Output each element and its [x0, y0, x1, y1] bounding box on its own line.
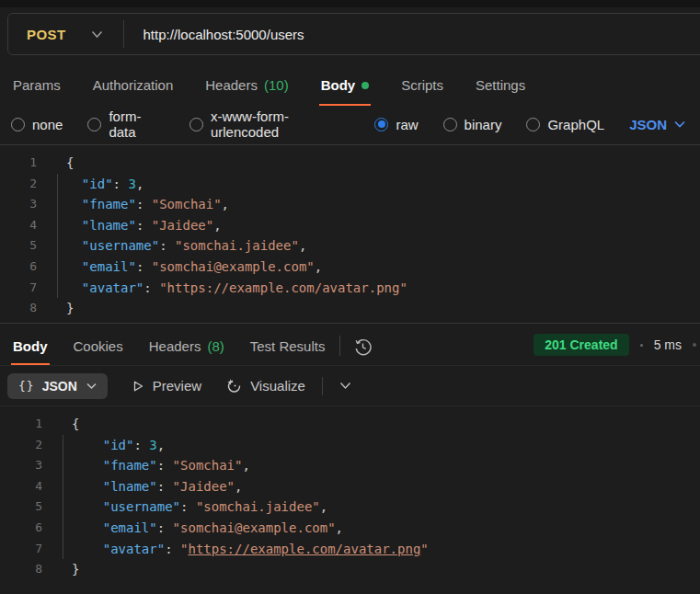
preview-button[interactable]: Preview — [132, 378, 201, 394]
request-body-editor[interactable]: 1{2 "id": 3,3 "fname": "Somchai",4 "lnam… — [0, 144, 700, 324]
tab-label: Test Results — [250, 338, 326, 354]
request-tab-authorization[interactable]: Authorization — [91, 72, 176, 106]
body-type-none[interactable]: none — [11, 117, 63, 132]
line-number: 1 — [0, 414, 42, 435]
line-number: 6 — [0, 257, 37, 278]
code-line: 2 "id": 3, — [0, 435, 700, 456]
response-tab-cookies[interactable]: Cookies — [72, 333, 125, 365]
more-options-chevron[interactable] — [339, 382, 351, 390]
response-time: 5 ms — [654, 337, 682, 352]
method-label: POST — [27, 27, 65, 42]
request-tab-body[interactable]: Body — [319, 72, 372, 106]
code-line: 1{ — [0, 153, 700, 174]
visualize-button[interactable]: Visualize — [225, 378, 305, 394]
braces-icon: {} — [18, 379, 35, 393]
code-line: 8} — [0, 298, 700, 319]
response-format-label: JSON — [42, 379, 77, 394]
body-type-x-www-form-urlencoded[interactable]: x-www-form-urlencoded — [189, 109, 350, 140]
code-line: 5 "username": "somchai.jaidee", — [0, 235, 700, 257]
raw-format-dropdown[interactable]: JSON — [629, 117, 685, 132]
tab-label: Headers — [205, 77, 258, 93]
url-input[interactable]: http://localhost:5000/users — [124, 27, 700, 42]
line-number: 3 — [0, 455, 42, 476]
code-line: 4 "lname": "Jaidee", — [0, 476, 700, 497]
line-number: 3 — [0, 194, 37, 215]
body-type-graphql[interactable]: GraphQL — [526, 117, 604, 132]
body-type-binary[interactable]: binary — [443, 117, 502, 132]
tab-count-badge: (10) — [264, 77, 289, 93]
code-line: 3 "fname": "Somchai", — [0, 194, 700, 215]
line-number: 5 — [0, 497, 42, 518]
response-body-viewer[interactable]: 1{2 "id": 3,3 "fname": "Somchai",4 "lnam… — [0, 406, 700, 587]
code-line: 6 "email": "somchai@example.com", — [0, 518, 700, 539]
line-number: 5 — [0, 235, 37, 257]
body-type-raw[interactable]: raw — [374, 117, 418, 132]
line-number: 7 — [0, 539, 42, 560]
body-type-form-data[interactable]: form-data — [87, 109, 165, 140]
response-meta: 201 Created 5 ms — [534, 334, 693, 365]
radio-label: binary — [465, 117, 502, 132]
visualize-label: Visualize — [250, 378, 305, 394]
chevron-down-icon[interactable] — [91, 30, 103, 39]
code-line: 8} — [0, 559, 700, 580]
tab-label: Body — [13, 338, 48, 354]
tab-label: Authorization — [93, 77, 174, 93]
code-line: 7 "avatar": "https://example.com/avatar.… — [0, 278, 700, 299]
response-format-dropdown[interactable]: {} JSON — [7, 373, 108, 399]
response-tab-headers[interactable]: Headers(8) — [147, 333, 226, 365]
line-number: 2 — [0, 435, 42, 456]
radio-icon[interactable] — [374, 118, 388, 131]
response-toolbar: {} JSON Preview Visualize — [0, 366, 700, 406]
window-top-strip — [0, 0, 700, 7]
method-dropdown[interactable]: POST — [8, 27, 103, 42]
request-tab-params[interactable]: Params — [11, 72, 63, 106]
radio-icon[interactable] — [189, 118, 203, 131]
radio-icon[interactable] — [526, 118, 540, 131]
radio-label: none — [32, 117, 63, 132]
request-tab-scripts[interactable]: Scripts — [399, 72, 445, 106]
request-tab-headers[interactable]: Headers(10) — [203, 72, 290, 106]
radio-icon[interactable] — [443, 118, 457, 131]
request-tab-settings[interactable]: Settings — [474, 72, 527, 106]
line-number: 1 — [0, 153, 37, 174]
tab-label: Scripts — [401, 77, 443, 93]
radio-label: raw — [396, 117, 418, 132]
code-line: 4 "lname": "Jaidee", — [0, 215, 700, 236]
avatar-url-link[interactable]: https://example.com/avatar.png — [188, 542, 420, 556]
green-dot-icon — [361, 82, 369, 89]
raw-format-label: JSON — [629, 117, 667, 132]
toolbar-divider — [322, 377, 323, 395]
radio-label: form-data — [109, 109, 165, 140]
response-tab-body[interactable]: Body — [11, 333, 50, 365]
line-number: 4 — [0, 215, 37, 236]
indent-guide — [63, 435, 63, 560]
code-line: 3 "fname": "Somchai", — [0, 455, 700, 476]
radio-icon[interactable] — [11, 118, 25, 131]
tab-label: Cookies — [74, 338, 123, 354]
tab-count-badge: (8) — [207, 338, 224, 354]
response-tabs: BodyCookiesHeaders(8)Test Results — [11, 333, 327, 365]
status-badge: 201 Created — [534, 334, 628, 356]
tab-label: Settings — [476, 77, 525, 93]
body-type-row: noneform-datax-www-form-urlencodedrawbin… — [0, 106, 700, 144]
meta-separator-dot — [640, 344, 643, 347]
radio-icon[interactable] — [87, 118, 101, 131]
request-url-bar-section: POST http://localhost:5000/users — [0, 7, 700, 62]
radio-label: x-www-form-urlencoded — [211, 109, 350, 140]
preview-label: Preview — [153, 378, 201, 394]
line-number: 4 — [0, 476, 42, 497]
tab-label: Body — [321, 77, 356, 93]
line-number: 7 — [0, 278, 37, 299]
code-line: 7 "avatar": "https://example.com/avatar.… — [0, 539, 700, 560]
indent-guide — [57, 174, 58, 299]
line-number: 6 — [0, 518, 42, 539]
code-line: 5 "username": "somchai.jaidee", — [0, 497, 700, 518]
history-icon[interactable] — [353, 337, 373, 365]
chevron-down-icon — [86, 383, 97, 390]
sparkle-icon — [225, 378, 242, 394]
response-tab-test-results[interactable]: Test Results — [248, 333, 327, 365]
line-number: 8 — [0, 298, 37, 319]
radio-label: GraphQL — [547, 117, 604, 132]
code-line: 1{ — [0, 414, 700, 435]
code-line: 6 "email": "somchai@example.com", — [0, 257, 700, 278]
